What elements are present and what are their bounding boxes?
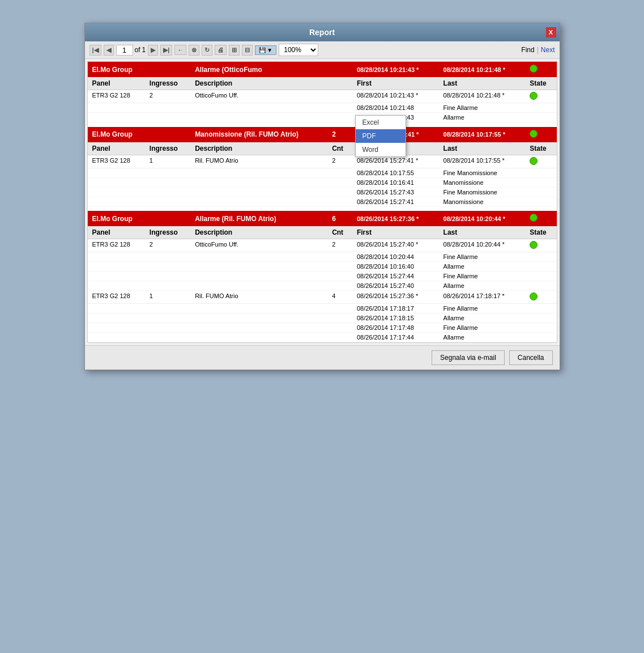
refresh-button[interactable]: ↻ — [202, 45, 212, 56]
state-val — [525, 291, 556, 304]
table-row: ETR3 G2 128 2 OtticoFumo Uff. 2 08/26/20… — [88, 239, 557, 252]
sub-event: Fine Allarme — [439, 323, 557, 333]
close-button[interactable]: X — [546, 27, 556, 37]
sub-date: 08/28/2014 10:20:44 — [352, 252, 439, 262]
print-button[interactable]: 🖨 — [215, 45, 227, 55]
desc-val: Ril. FUMO Atrio — [190, 291, 327, 304]
sub-date: 08/28/2014 10:17:55 — [352, 168, 439, 177]
table-row: ETR3 G2 128 1 Ril. FUMO Atrio 2 08/26/20… — [88, 155, 557, 168]
col-desc3: Description — [190, 226, 327, 239]
list-item: 08/26/2014 15:27:43 Fine Manomissione — [88, 187, 557, 197]
col-ingresso1: Ingresso — [145, 77, 190, 90]
col-panel3: Panel — [88, 226, 145, 239]
list-item: 08/26/2014 17:17:48 Fine Allarme — [88, 323, 557, 333]
prev-page-button[interactable]: ◀ — [104, 45, 114, 56]
email-button[interactable]: Segnala via e-mail — [432, 350, 505, 365]
panel-val: ETR3 G2 128 — [88, 155, 145, 168]
list-item: 08/26/2014 17:17:44 Allarme — [88, 333, 557, 342]
layout-button[interactable]: ⊞ — [229, 45, 240, 56]
report-table: El.Mo Group Allarme (OtticoFumo 08/28/20… — [88, 62, 557, 342]
col-panel2: Panel — [88, 142, 145, 155]
sub-date: 08/28/2014 10:16:40 — [352, 262, 439, 272]
stop-button[interactable]: ⊗ — [189, 45, 199, 56]
sub-event: Fine Allarme — [439, 103, 557, 113]
export-button[interactable]: 💾 ▼ — [255, 45, 276, 55]
export-excel-item[interactable]: Excel — [356, 116, 406, 129]
panel-val: ETR3 G2 128 — [88, 239, 145, 252]
group2-cnt: 2 — [327, 127, 352, 142]
toolbar: |◀ ◀ of 1 ▶ ▶| ← ⊗ ↻ 🖨 ⊞ ⊟ 💾 ▼ 100% 50% … — [85, 41, 560, 59]
list-item: 08/26/2014 15:27:40 Allarme — [88, 281, 557, 291]
panel-val: ETR3 G2 128 — [88, 90, 145, 103]
state-val — [525, 239, 556, 252]
sub-date: 08/26/2014 17:18:15 — [352, 313, 439, 323]
next-label[interactable]: Next — [541, 46, 555, 54]
footer-bar: Segnala via e-mail Cancella — [85, 345, 560, 370]
sub-event: Allarme — [439, 281, 557, 291]
group2-event: Manomissione (Ril. FUMO Atrio) — [190, 127, 327, 142]
last-page-button[interactable]: ▶| — [160, 45, 172, 56]
col-cnt3: Cnt — [327, 226, 352, 239]
group1-last: 08/28/2014 10:21:48 * — [439, 62, 526, 77]
ingresso-val: 2 — [145, 90, 190, 103]
export-dropdown: Excel PDF Word — [355, 115, 406, 157]
col-first1: First — [352, 77, 439, 90]
total-pages: 1 — [142, 46, 146, 54]
separator: | — [537, 46, 539, 54]
sub-event: Allarme — [439, 113, 557, 122]
table-row: ETR3 G2 128 2 OtticoFumo Uff. 08/28/2014… — [88, 90, 557, 103]
panel-val: ETR3 G2 128 — [88, 291, 145, 304]
col-ingresso2: Ingresso — [145, 142, 190, 155]
sub-event: Fine Manomissione — [439, 168, 557, 177]
sub-event: Fine Manomissione — [439, 187, 557, 197]
cnt-val — [327, 90, 352, 103]
of-label: of — [135, 46, 140, 54]
last-val: 08/28/2014 10:20:44 * — [439, 239, 526, 252]
zoom-select[interactable]: 100% 50% 75% 125% 150% 200% — [279, 44, 318, 56]
cancel-button[interactable]: Cancella — [509, 350, 553, 365]
first-page-button[interactable]: |◀ — [89, 45, 101, 56]
ingresso-val: 1 — [145, 155, 190, 168]
sub-date: 08/26/2014 17:17:44 — [352, 333, 439, 342]
last-val: 08/28/2014 10:17:55 * — [439, 155, 526, 168]
first-val: 08/26/2014 15:27:36 * — [352, 291, 439, 304]
sub-event: Allarme — [439, 262, 557, 272]
col-panel1: Panel — [88, 77, 145, 90]
state-val — [525, 155, 556, 168]
group3-cnt: 6 — [327, 211, 352, 226]
find-label: Find — [521, 46, 534, 54]
group3-header: El.Mo Group Allarme (Ril. FUMO Atrio) 6 … — [88, 211, 557, 226]
page-number-input[interactable] — [116, 45, 133, 56]
sub-date: 08/26/2014 15:27:44 — [352, 272, 439, 281]
group1-label: El.Mo Group — [88, 62, 191, 77]
back-button[interactable]: ← — [174, 45, 186, 55]
group3-last: 08/28/2014 10:20:44 * — [439, 211, 526, 226]
group1-first: 08/28/2014 10:21:43 * — [352, 62, 439, 77]
sub-event: Fine Allarme — [439, 304, 557, 313]
export-word-item[interactable]: Word — [356, 143, 406, 156]
group2-header: El.Mo Group Manomissione (Ril. FUMO Atri… — [88, 127, 557, 142]
group3-state-dot — [525, 211, 556, 226]
export-pdf-item[interactable]: PDF — [356, 129, 406, 143]
report-window: Report X |◀ ◀ of 1 ▶ ▶| ← ⊗ ↻ 🖨 ⊞ ⊟ 💾 ▼ … — [84, 23, 560, 370]
cnt-val: 2 — [327, 155, 352, 168]
group2-label: El.Mo Group — [88, 127, 191, 142]
group3-event: Allarme (Ril. FUMO Atrio) — [190, 211, 327, 226]
sub-date: 08/26/2014 17:17:48 — [352, 323, 439, 333]
ingresso-val: 1 — [145, 291, 190, 304]
list-item: 08/28/2014 10:21:43 Allarme — [88, 113, 557, 122]
content-area[interactable]: El.Mo Group Allarme (OtticoFumo 08/28/20… — [87, 61, 557, 343]
list-item: 08/28/2014 10:21:48 Fine Allarme — [88, 103, 557, 113]
last-val: 08/26/2014 17:18:17 * — [439, 291, 526, 304]
group2-col-header: Panel Ingresso Description Cnt First Las… — [88, 142, 557, 155]
sub-event: Manomissione — [439, 197, 557, 206]
sub-date: 08/26/2014 15:27:40 — [352, 281, 439, 291]
group1-header: El.Mo Group Allarme (OtticoFumo 08/28/20… — [88, 62, 557, 77]
next-page-button[interactable]: ▶ — [148, 45, 158, 56]
group2-state-dot — [525, 127, 556, 142]
state-val — [525, 90, 556, 103]
group3-label: El.Mo Group — [88, 211, 191, 226]
col-state3: State — [525, 226, 556, 239]
columns-button[interactable]: ⊟ — [242, 45, 253, 56]
cnt-val: 4 — [327, 291, 352, 304]
